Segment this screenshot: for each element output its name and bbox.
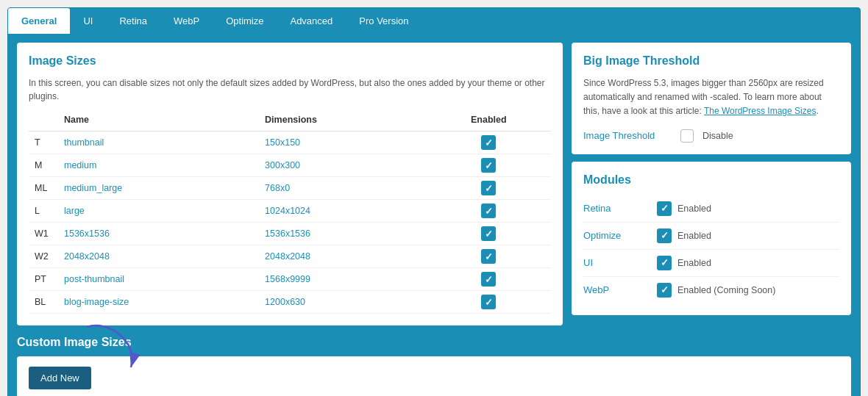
table-row: L large 1024x1024	[29, 200, 551, 223]
row-abbr: L	[29, 200, 58, 223]
row-enabled[interactable]	[427, 154, 551, 177]
row-abbr: ML	[29, 177, 58, 200]
module-name: Retina	[583, 203, 657, 214]
row-name[interactable]: medium_large	[58, 177, 259, 200]
threshold-title: Big Image Threshold	[583, 54, 839, 68]
table-row: W2 2048x2048 2048x2048	[29, 245, 551, 268]
threshold-label: Image Threshold	[583, 130, 672, 141]
row-abbr: BL	[29, 291, 58, 314]
enabled-checkbox[interactable]	[481, 135, 496, 150]
module-enabled-checkbox[interactable]	[657, 283, 672, 298]
row-abbr: W2	[29, 245, 58, 268]
module-name: WebP	[583, 284, 657, 295]
table-row: ML medium_large 768x0	[29, 177, 551, 200]
module-status-label: Enabled	[677, 231, 711, 241]
threshold-row: Image Threshold Disable	[583, 129, 839, 143]
enabled-checkbox[interactable]	[481, 226, 496, 241]
big-image-threshold-card: Big Image Threshold Since WordPress 5.3,…	[572, 43, 851, 154]
custom-section: Custom Image Sizes Add New	[8, 333, 860, 396]
tab-webp[interactable]: WebP	[160, 8, 213, 34]
threshold-link[interactable]: The WordPress Image Sizes	[704, 106, 817, 116]
tab-optimize[interactable]: Optimize	[213, 8, 277, 34]
row-name[interactable]: thumbnail	[58, 132, 259, 154]
tab-pro-version[interactable]: Pro Version	[346, 8, 421, 34]
module-name: UI	[583, 257, 657, 268]
col-dimensions: Dimensions	[259, 112, 427, 132]
module-status-label: Enabled	[677, 204, 711, 214]
row-name[interactable]: 2048x2048	[58, 245, 259, 268]
row-abbr: T	[29, 132, 58, 154]
row-enabled[interactable]	[427, 245, 551, 268]
image-sizes-table: Name Dimensions Enabled T thumbnail 150x…	[29, 112, 551, 314]
row-dimensions: 2048x2048	[259, 245, 427, 268]
row-dimensions: 768x0	[259, 177, 427, 200]
module-row: UI Enabled	[583, 250, 839, 277]
right-column: Big Image Threshold Since WordPress 5.3,…	[572, 43, 851, 325]
row-abbr: W1	[29, 223, 58, 245]
row-enabled[interactable]	[427, 177, 551, 200]
row-abbr: M	[29, 154, 58, 177]
enabled-checkbox[interactable]	[481, 272, 496, 287]
add-new-button[interactable]: Add New	[29, 367, 91, 389]
module-enabled-checkbox[interactable]	[657, 228, 672, 243]
enabled-checkbox[interactable]	[481, 249, 496, 264]
row-dimensions: 1568x9999	[259, 268, 427, 291]
modules-list: Retina Enabled Optimize Enabled UI Enabl…	[583, 195, 839, 303]
row-enabled[interactable]	[427, 291, 551, 314]
image-sizes-info: In this screen, you can disable sizes no…	[29, 76, 551, 103]
row-name[interactable]: medium	[58, 154, 259, 177]
enabled-checkbox[interactable]	[481, 181, 496, 195]
row-name[interactable]: post-thumbnail	[58, 268, 259, 291]
row-enabled[interactable]	[427, 268, 551, 291]
module-enabled-checkbox[interactable]	[657, 201, 672, 216]
table-row: T thumbnail 150x150	[29, 132, 551, 154]
row-abbr: PT	[29, 268, 58, 291]
col-abbr	[29, 112, 58, 132]
module-row: Retina Enabled	[583, 195, 839, 223]
row-dimensions: 1024x1024	[259, 200, 427, 223]
table-row: PT post-thumbnail 1568x9999	[29, 268, 551, 291]
enabled-checkbox[interactable]	[481, 295, 496, 309]
image-sizes-card: Image Sizes In this screen, you can disa…	[17, 43, 563, 325]
row-dimensions: 300x300	[259, 154, 427, 177]
modules-title: Modules	[583, 173, 839, 187]
module-status: Enabled	[657, 228, 711, 243]
row-dimensions: 1200x630	[259, 291, 427, 314]
col-name: Name	[58, 112, 259, 132]
tab-advanced[interactable]: Advanced	[277, 8, 346, 34]
left-column: Image Sizes In this screen, you can disa…	[17, 43, 563, 325]
row-name[interactable]: blog-image-size	[58, 291, 259, 314]
tab-ui[interactable]: UI	[70, 8, 106, 34]
row-name[interactable]: 1536x1536	[58, 223, 259, 245]
module-status: Enabled	[657, 201, 711, 216]
threshold-description: Since WordPress 5.3, images bigger than …	[583, 76, 839, 119]
row-name[interactable]: large	[58, 200, 259, 223]
tab-retina[interactable]: Retina	[106, 8, 160, 34]
tab-general[interactable]: General	[8, 8, 70, 34]
arrow-annotation	[79, 320, 168, 378]
module-status: Enabled (Coming Soon)	[657, 283, 775, 298]
tab-bar: General UI Retina WebP Optimize Advanced…	[8, 8, 860, 34]
col-enabled: Enabled	[427, 112, 551, 132]
module-row: Optimize Enabled	[583, 223, 839, 250]
table-row: BL blog-image-size 1200x630	[29, 291, 551, 314]
module-row: WebP Enabled (Coming Soon)	[583, 277, 839, 303]
enabled-checkbox[interactable]	[481, 204, 496, 218]
row-enabled[interactable]	[427, 200, 551, 223]
table-row: W1 1536x1536 1536x1536	[29, 223, 551, 245]
row-dimensions: 1536x1536	[259, 223, 427, 245]
enabled-checkbox[interactable]	[481, 158, 496, 173]
custom-card: Add New	[17, 356, 851, 396]
main-content: Image Sizes In this screen, you can disa…	[8, 34, 860, 325]
module-status-label: Enabled	[677, 258, 711, 268]
row-enabled[interactable]	[427, 132, 551, 154]
threshold-disable-label: Disable	[702, 131, 733, 141]
module-status-label: Enabled (Coming Soon)	[677, 285, 775, 295]
row-dimensions: 150x150	[259, 132, 427, 154]
module-enabled-checkbox[interactable]	[657, 256, 672, 270]
table-row: M medium 300x300	[29, 154, 551, 177]
custom-title: Custom Image Sizes	[17, 333, 851, 349]
threshold-disable-checkbox[interactable]	[680, 129, 694, 143]
module-status: Enabled	[657, 256, 711, 270]
row-enabled[interactable]	[427, 223, 551, 245]
